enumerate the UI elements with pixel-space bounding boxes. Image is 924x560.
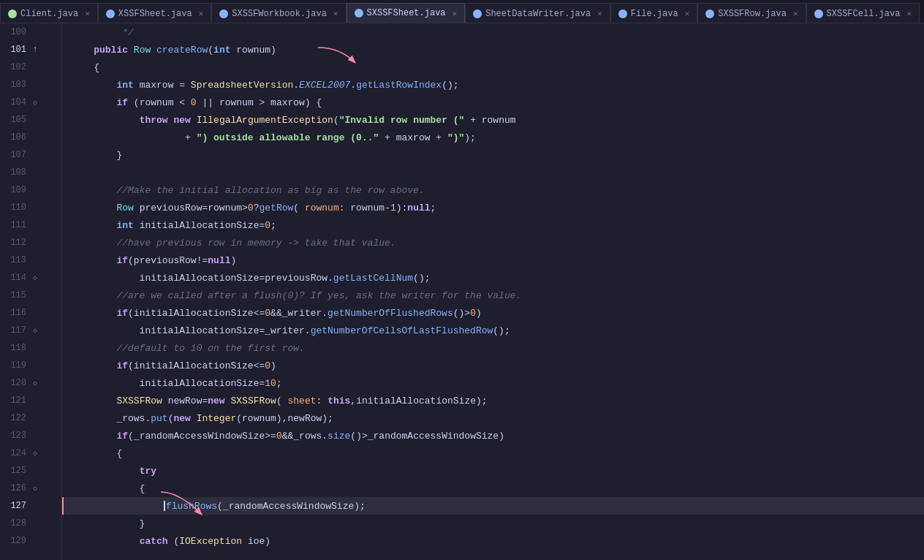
gutter-row-126: 126 ◇ xyxy=(0,480,61,497)
line-number-104: 104 xyxy=(3,97,26,107)
code-line-117: initialAllocationSize=_writer. getNumber… xyxy=(62,322,924,339)
gutter-row-127: 127 xyxy=(0,497,61,515)
code-line-124: { xyxy=(62,444,924,462)
tab-close-sheetdatawriter[interactable]: ✕ xyxy=(597,9,602,18)
code-lines: */ public Row createRow ( int rownum) xyxy=(62,23,924,550)
code-line-118: //default to 10 on the first row. xyxy=(62,339,924,357)
gutter-icon-103 xyxy=(29,79,41,91)
tab-close-client[interactable]: ✕ xyxy=(85,9,90,18)
gutter-icon-121 xyxy=(29,395,41,406)
line-number-118: 118 xyxy=(3,343,26,353)
code-line-101: public Row createRow ( int rownum) xyxy=(62,41,924,58)
gutter-row-116: 116 xyxy=(0,304,61,322)
gutter-icon-109 xyxy=(29,184,41,196)
code-type-row: Row xyxy=(134,45,151,56)
code-line-123: if (_randomAccessWindowSize>= 0 &&_rows.… xyxy=(62,427,924,444)
tab-label-sheetdatawriter: SheetDataWriter.java xyxy=(485,9,591,19)
line-number-108: 108 xyxy=(3,167,26,178)
gutter-row-125: 125 xyxy=(0,462,61,480)
line-number-114: 114 xyxy=(3,273,26,283)
code-kw-public: public xyxy=(94,45,128,56)
gutter-row-124: 124 ◇ xyxy=(0,444,61,462)
gutter-icon-126: ◇ xyxy=(29,483,41,494)
gutter-icon-119 xyxy=(29,360,41,371)
gutter-icon-104: ◇ xyxy=(29,97,41,108)
code-line-110: Row previousRow=rownum> 0 ? getRow ( row… xyxy=(62,199,924,216)
tab-close-file[interactable]: ✕ xyxy=(685,9,690,18)
code-line-121: SXSSFRow newRow= new SXSSFRow ( sheet : … xyxy=(62,392,924,409)
code-line-126: { xyxy=(62,480,924,497)
tab-close-sxssfcell[interactable]: ✕ xyxy=(906,9,912,18)
line-number-109: 109 xyxy=(3,185,26,195)
line-number-110: 110 xyxy=(3,203,26,213)
code-line-112: //have previous row in memory -> take th… xyxy=(62,234,924,251)
line-number-122: 122 xyxy=(3,413,26,423)
gutter-icon-128 xyxy=(29,518,41,529)
tab-sxssfrow[interactable]: SXSSFRow.java ✕ xyxy=(697,3,806,23)
tab-file[interactable]: File.java ✕ xyxy=(610,3,697,23)
tab-label-sxssfcell: SXSSFCell.java xyxy=(827,9,901,19)
code-text-100: */ xyxy=(71,27,134,38)
tab-close-sxssfrow[interactable]: ✕ xyxy=(793,9,798,18)
code-line-105: throw new IllegalArgumentException ( "In… xyxy=(62,111,924,129)
tab-xssfsheet[interactable]: XSSFSheet.java ✕ xyxy=(98,3,211,23)
tab-label-client: Client.java xyxy=(20,9,78,19)
code-line-104: if (rownum < 0 || rownum > maxrow) { xyxy=(62,94,924,111)
gutter-icon-114: ◇ xyxy=(29,272,41,284)
line-number-100: 100 xyxy=(3,27,26,37)
code-indent-101 xyxy=(71,45,94,56)
tab-icon-sxssfsheet xyxy=(355,9,363,18)
editor-body: 100 101 ↑ 102 103 104 ◇ xyxy=(0,23,924,560)
line-number-102: 102 xyxy=(3,62,26,72)
code-line-102: { xyxy=(62,58,924,76)
gutter-row-105: 105 xyxy=(0,111,61,129)
code-line-114: initialAllocationSize=previousRow. getLa… xyxy=(62,269,924,287)
line-number-126: 126 xyxy=(3,483,26,493)
code-line-111: int initialAllocationSize= 0 ; xyxy=(62,216,924,234)
gutter-icon-105 xyxy=(29,114,41,126)
gutter-row-118: 118 xyxy=(0,339,61,357)
code-line-125: try xyxy=(62,462,924,480)
code-line-128: } xyxy=(62,515,924,532)
tab-sxssfworkbook[interactable]: SXSSFWorkbook.java ✕ xyxy=(211,3,346,23)
code-kw-int: int xyxy=(213,45,230,56)
gutter-row-110: 110 xyxy=(0,199,61,216)
tab-bar: Client.java ✕ XSSFSheet.java ✕ SXSSFWork… xyxy=(0,0,924,23)
line-gutter: 100 101 ↑ 102 103 104 ◇ xyxy=(0,23,62,560)
tab-sxssfsheet[interactable]: SXSSFSheet.java ✕ xyxy=(346,3,466,23)
tab-sxssfcell[interactable]: SXSSFCell.java ✕ xyxy=(806,3,920,23)
tab-icon-sxssfrow xyxy=(705,10,714,18)
gutter-row-117: 117 ◇ xyxy=(0,322,61,339)
gutter-icon-106 xyxy=(29,132,41,143)
gutter-row-101: 101 ↑ xyxy=(0,41,61,58)
line-number-129: 129 xyxy=(3,536,26,546)
line-number-127: 127 xyxy=(3,501,26,511)
gutter-row-128: 128 xyxy=(0,515,61,532)
code-line-120: initialAllocationSize= 10 ; xyxy=(62,374,924,392)
tab-sheetdatawriter[interactable]: SheetDataWriter.java ✕ xyxy=(465,3,610,23)
gutter-row-119: 119 xyxy=(0,357,61,374)
gutter-icon-108 xyxy=(29,167,41,178)
gutter-row-111: 111 xyxy=(0,216,61,234)
line-number-120: 120 xyxy=(3,378,26,388)
tab-close-sxssfworkbook[interactable]: ✕ xyxy=(333,9,338,18)
tab-close-sxssfsheet[interactable]: ✕ xyxy=(452,9,458,18)
code-method-createrow: createRow xyxy=(156,45,208,56)
tab-label-sxssfworkbook: SXSSFWorkbook.java xyxy=(232,9,327,19)
code-area[interactable]: */ public Row createRow ( int rownum) xyxy=(62,23,924,560)
gutter-icon-100 xyxy=(29,26,41,38)
gutter-row-104: 104 ◇ xyxy=(0,94,61,111)
gutter-icon-110 xyxy=(29,202,41,213)
line-number-101: 101 xyxy=(3,45,26,55)
gutter-row-114: 114 ◇ xyxy=(0,269,61,287)
gutter-icon-125 xyxy=(29,465,41,477)
gutter-row-100: 100 xyxy=(0,23,61,41)
tab-close-xssfsheet[interactable]: ✕ xyxy=(199,9,204,18)
gutter-icon-102 xyxy=(29,61,41,73)
gutter-icon-101: ↑ xyxy=(29,44,41,56)
gutter-row-115: 115 xyxy=(0,287,61,304)
tab-client[interactable]: Client.java ✕ xyxy=(0,3,98,23)
gutter-icon-117: ◇ xyxy=(29,325,41,336)
code-line-109: //Make the initial allocation as big as … xyxy=(62,181,924,199)
line-number-123: 123 xyxy=(3,431,26,441)
